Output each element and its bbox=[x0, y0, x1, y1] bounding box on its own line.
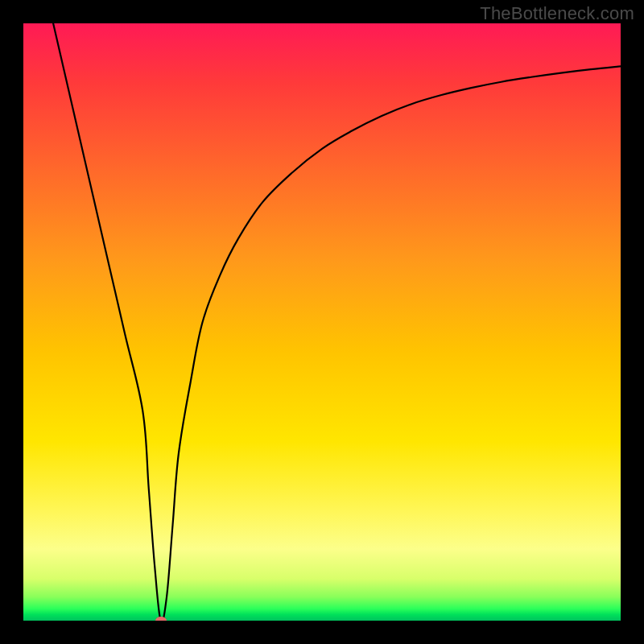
curve-minimum-marker bbox=[155, 617, 167, 621]
watermark-text: TheBottleneck.com bbox=[480, 3, 634, 24]
chart-frame: TheBottleneck.com bbox=[0, 0, 644, 644]
bottleneck-curve bbox=[23, 23, 621, 621]
plot-area bbox=[23, 23, 621, 621]
